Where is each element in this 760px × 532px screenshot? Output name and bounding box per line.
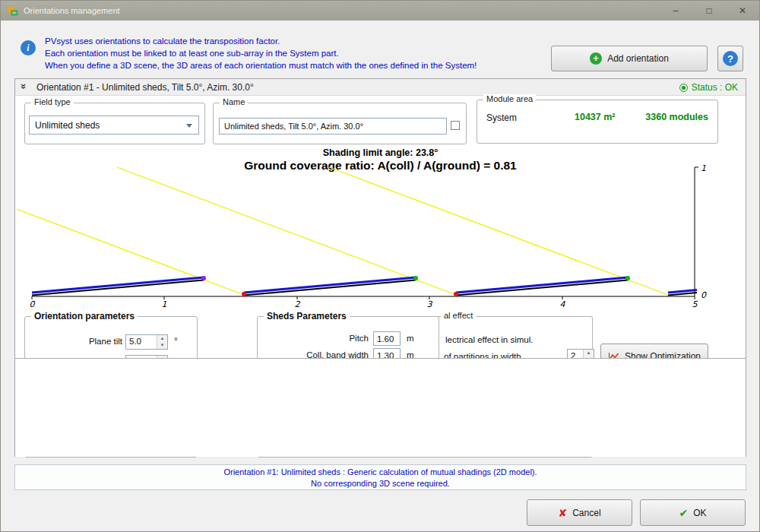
shed-2-base (244, 280, 416, 296)
window-title: Orientations management (24, 6, 120, 15)
plane-tilt-value: 5.0 (126, 335, 157, 349)
pitch-input[interactable]: 1.60 (373, 331, 401, 346)
stepper-up-icon[interactable]: ▲ (157, 335, 167, 342)
shed-1-top-marker (201, 276, 206, 280)
maximize-button[interactable]: □ (692, 1, 726, 21)
shed-2-base-marker (242, 292, 246, 296)
shed-1-collector (32, 277, 204, 293)
info-icon: i (21, 40, 36, 55)
shed-3-top-marker (625, 276, 630, 280)
plane-tilt-label: Plane tilt (59, 337, 122, 346)
field-type-legend: Field type (31, 97, 74, 106)
status-label: Status : OK (692, 82, 738, 93)
x-tick-5: 5 (692, 299, 698, 309)
name-checkbox[interactable] (451, 121, 460, 130)
shed-2-top-marker (413, 276, 418, 280)
plus-icon: + (590, 52, 602, 65)
add-orientation-label: Add orientation (607, 53, 669, 64)
orientation-header-title: Orientation #1 - Unlimited sheds, Tilt 5… (36, 82, 254, 93)
electrical-effect-legend: al effect (441, 311, 476, 320)
cancel-button[interactable]: ✘ Cancel (527, 499, 632, 526)
sheds-parameters-legend: Sheds Parameters (264, 311, 350, 321)
pitch-label: Pitch (264, 334, 369, 343)
shed-3-base (456, 280, 628, 296)
plane-tilt-stepper[interactable]: 5.0 ▲ ▼ (125, 334, 168, 350)
intro-line-3: When you define a 3D scene, the 3D areas… (45, 59, 539, 71)
shed-3-collector (456, 277, 628, 293)
name-legend: Name (220, 97, 248, 106)
ok-label: OK (693, 508, 706, 518)
add-orientation-button[interactable]: + Add orientation (551, 46, 708, 71)
orientations-management-window: Orientations management – □ ✕ i PVsyst u… (0, 0, 760, 532)
close-button[interactable]: ✕ (726, 1, 759, 21)
electrical-effect-line: lectrical effect in simul. (445, 335, 533, 344)
x-tick-4: 4 (560, 299, 566, 309)
status-badge: Status : OK (679, 82, 738, 93)
x-tick-3: 3 (427, 299, 433, 309)
pitch-unit: m (407, 334, 414, 343)
orientation-header[interactable]: » Orientation #1 - Unlimited sheds, Tilt… (15, 79, 746, 96)
status-ok-icon (679, 84, 688, 92)
cancel-label: Cancel (572, 508, 600, 518)
module-area-group: Module area System 10437 m² 3360 modules (477, 100, 718, 144)
intro-line-1: PVsyst uses orientations to calculate th… (45, 35, 539, 47)
y-tick-top: 1 (701, 163, 706, 173)
system-label: System (486, 112, 517, 123)
app-icon (7, 5, 18, 17)
x-tick-2: 2 (295, 299, 301, 309)
shed-3-base-marker (454, 292, 458, 296)
intro-line-2: Each orientation must be linked to at le… (45, 47, 539, 59)
cancel-x-icon: ✘ (558, 507, 567, 519)
collapse-chevron-icon[interactable]: » (18, 84, 30, 89)
field-type-value: Unlimited sheds (35, 120, 100, 131)
ok-check-icon: ✔ (679, 507, 688, 519)
help-icon: ? (723, 51, 738, 66)
x-tick-0: 0 (30, 299, 36, 309)
shed-2-collector (244, 277, 416, 293)
shed-1-base (32, 280, 204, 296)
shading-limit-angle-title: Shading limit angle: 23.8° (15, 147, 746, 158)
footer-info-line-1: Orientation #1: Unlimited sheds : Generi… (15, 467, 746, 478)
expanded-empty-panel (15, 358, 746, 457)
stepper-arrows[interactable]: ▲ ▼ (157, 335, 167, 349)
y-tick-bottom: 0 (701, 290, 707, 300)
footer-info-bar: Orientation #1: Unlimited sheds : Generi… (14, 464, 746, 490)
minimize-button[interactable]: – (659, 1, 692, 21)
name-input[interactable]: Unlimited sheds, Tilt 5.0°, Azim. 30.0° (219, 118, 447, 135)
plane-tilt-unit: ° (174, 336, 178, 347)
system-area-value: 10437 m² (575, 112, 616, 122)
sheds-diagram: 0 1 2 3 4 5 1 0 (17, 161, 731, 310)
sun-ray-1 (17, 209, 244, 295)
footer-info-line-2: No corresponding 3D scene required. (15, 478, 746, 489)
help-button[interactable]: ? (717, 46, 743, 71)
sun-ray-3 (329, 167, 668, 295)
title-bar: Orientations management – □ ✕ (1, 1, 759, 21)
sun-ray-2 (117, 167, 456, 295)
module-area-legend: Module area (483, 94, 536, 103)
field-type-dropdown[interactable]: Unlimited sheds (29, 116, 199, 135)
orientation-parameters-legend: Orientation parameters (31, 311, 138, 321)
intro-text: PVsyst uses orientations to calculate th… (45, 35, 539, 71)
orientation-panel: » Orientation #1 - Unlimited sheds, Tilt… (14, 78, 746, 457)
system-modules-value: 3360 modules (645, 112, 708, 122)
shed-4-collector (668, 290, 697, 293)
stepper-down-icon[interactable]: ▼ (157, 342, 167, 349)
ok-button[interactable]: ✔ OK (640, 499, 746, 526)
chevron-down-icon (186, 124, 192, 128)
x-tick-1: 1 (162, 299, 167, 309)
